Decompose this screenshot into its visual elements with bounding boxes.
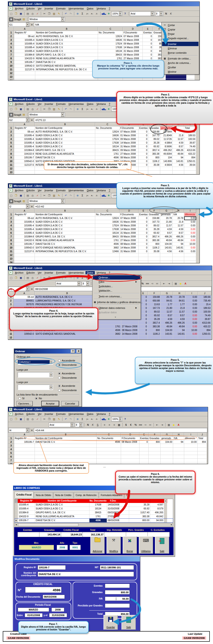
cell-C10[interactable]: 3682 [95, 246, 120, 250]
menu-datos[interactable]: Datos [86, 7, 95, 10]
context-item-anchodecolumna[interactable]: Ancho de columna... [162, 60, 198, 65]
spelling-icon[interactable]: ✓ [35, 194, 40, 198]
cell-H13[interactable] [173, 170, 184, 174]
font-size-combo[interactable]: 8▼ [155, 12, 164, 16]
libro-cell-2-2[interactable]: 38415 [90, 511, 107, 515]
cell-A5[interactable]: 101695-4 [14, 228, 35, 231]
cell-B7[interactable]: GRUPO RAYO, S.A. DE C.V. [35, 148, 95, 152]
fecha-field[interactable]: 08/03/2008 [43, 595, 65, 599]
map-icon[interactable]: ❖ [106, 12, 111, 16]
row-header-3[interactable]: 3 [8, 303, 14, 306]
cell-I10[interactable]: 10.00 [186, 328, 198, 332]
underline-icon[interactable]: S [96, 423, 100, 427]
cell-B2[interactable]: DIAVETSA DE C.V. [35, 440, 96, 444]
cell-G11[interactable]: 4.5604 [160, 163, 173, 167]
window-titlebar[interactable]: XMicrosoft Excel - Libro1 [8, 266, 212, 270]
sort-desc-icon[interactable]: Z↓ [95, 194, 99, 198]
menu-datos[interactable]: Datos [86, 102, 95, 106]
cell-F13[interactable] [148, 257, 160, 261]
cell-F11[interactable]: 35.08 [148, 163, 160, 167]
cell-C14[interactable] [95, 261, 120, 263]
row-header-5[interactable]: 5 [8, 228, 14, 231]
row-header-1[interactable]: 1 [8, 213, 14, 216]
cell-D12[interactable] [120, 253, 138, 257]
libro-cell-0-0[interactable]: 101695-4 [18, 503, 35, 507]
libro-col-4[interactable] [120, 499, 129, 503]
cell-E7[interactable]: 0 [138, 235, 148, 238]
cell-E9[interactable]: 0 [138, 242, 148, 246]
new-file-icon[interactable]: ▢ [9, 194, 13, 198]
cell-D7[interactable]: 09 Marzo 2008 [120, 235, 138, 238]
redo-icon[interactable]: ↷ [68, 107, 73, 111]
desc2-radio[interactable]: Descendente [58, 376, 77, 379]
libro-cell-0-3[interactable]: 14/03/2008 [107, 503, 120, 507]
cell-B14[interactable] [35, 261, 95, 263]
sort-desc-icon[interactable]: Z↓ [95, 417, 99, 421]
datos-item-filtro[interactable]: Filtro▶ [93, 280, 140, 284]
menu-ver[interactable]: Ver [36, 271, 43, 274]
row-header-3[interactable]: 3 [8, 134, 14, 137]
cell-B6[interactable]: SUADI ODEH,S.A DE C.V. [35, 145, 95, 148]
cell-D5[interactable]: 14 Marzo 2008 [123, 46, 143, 49]
cell-D9[interactable]: 08 Marzo 2008 [120, 242, 138, 246]
cell-I10[interactable]: 1250.01 [184, 160, 196, 163]
chevron-down-icon[interactable]: ▼ [26, 287, 29, 291]
snagit-mode-combo[interactable]: Window▼ [28, 112, 65, 117]
cell-E6[interactable] [140, 455, 149, 459]
paste-icon[interactable]: ▥ [52, 107, 56, 111]
cell-F3[interactable]: 167.73 [148, 134, 160, 137]
row-header-2[interactable]: 2 [8, 34, 14, 38]
cell-F1[interactable]: Gravadas [149, 436, 161, 440]
cell-D1[interactable]: F.Documento [120, 126, 138, 130]
cell-A1[interactable]: Registro N° [14, 31, 35, 34]
cell-F3[interactable] [149, 444, 161, 448]
datos-item-validacin[interactable]: Validación... [93, 288, 140, 293]
cell-E7[interactable]: 0 [143, 53, 153, 57]
cell-H14[interactable] [173, 261, 184, 263]
font-color-icon[interactable]: A [176, 423, 181, 427]
cell-D13[interactable] [120, 170, 138, 174]
cell-D8[interactable] [121, 462, 140, 464]
autosum-icon[interactable]: Σ [80, 12, 84, 16]
cell-G11[interactable]: 4.56 [160, 250, 173, 253]
desc3-radio[interactable]: Descendente [58, 389, 77, 392]
copy-icon[interactable]: ❐ [47, 12, 52, 16]
select-all-corner[interactable] [8, 433, 14, 436]
undo-icon[interactable]: ↶ [64, 107, 68, 111]
cell-H10[interactable]: 94 [173, 328, 186, 332]
name-box[interactable]: A1▼ [8, 287, 30, 291]
cell-B3[interactable] [35, 444, 96, 448]
print-icon[interactable]: ▤ [26, 417, 30, 421]
scroll-right-icon[interactable]: ► [170, 524, 172, 526]
libro-row-2[interactable]: 101984-8GRUPO RAYO, S.A. DE C.V.3841509/… [15, 511, 173, 515]
currency-icon[interactable]: $ [124, 423, 128, 427]
cell-D12[interactable] [121, 336, 138, 340]
decrease-decimal-icon[interactable]: 00 [155, 282, 159, 286]
cell-A3[interactable]: 907570 [14, 303, 35, 306]
cell-C8[interactable] [96, 462, 121, 464]
cell-F3[interactable]: 13.63 [148, 303, 161, 306]
cell-F7[interactable]: 3817.4 [148, 148, 160, 152]
undo-icon[interactable]: ↶ [64, 276, 68, 280]
fill-color-icon[interactable]: ◆ [178, 282, 183, 286]
cell-J5[interactable]: 100.59 [198, 310, 212, 314]
bold-icon[interactable]: N [86, 423, 90, 427]
cell-A13[interactable] [14, 257, 35, 261]
ano-value[interactable]: 2008 [57, 545, 68, 550]
cell-F10[interactable]: 1106.2 [148, 160, 160, 163]
chevron-down-icon[interactable]: ▼ [78, 282, 80, 286]
menu-ver[interactable]: Ver [36, 102, 43, 106]
percent-icon[interactable]: % [134, 423, 138, 427]
libro-cell-4-1[interactable]: DIAVETSA DE C.V. [35, 518, 90, 522]
chevron-down-icon[interactable]: ▼ [50, 386, 52, 389]
format-painter-icon[interactable]: ✎ [57, 107, 61, 111]
cell-C14[interactable] [98, 79, 123, 80]
row-header-9[interactable]: 9 [8, 242, 14, 246]
cell-I12[interactable] [184, 253, 196, 257]
vscroll-track[interactable] [164, 507, 167, 511]
window-titlebar[interactable]: XMicrosoft Excel - Libro1 [8, 407, 208, 412]
libro-button-borrar[interactable]: ✖Borrar [123, 536, 137, 554]
aceptar-button[interactable]: Aceptar [42, 401, 59, 406]
cell-B1[interactable]: Nombre del Contribuyente [35, 31, 98, 34]
row-header-11[interactable]: 11 [8, 68, 14, 72]
